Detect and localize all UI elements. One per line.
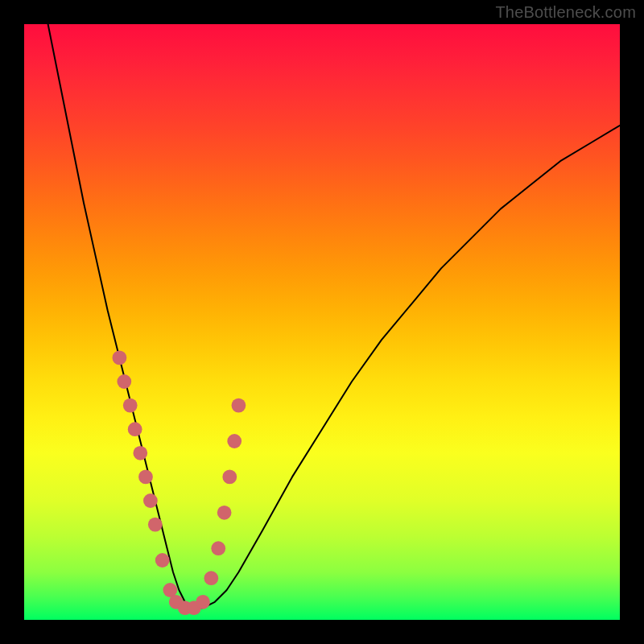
chart-frame: TheBottleneck.com	[0, 0, 644, 644]
dot-marker	[113, 351, 127, 365]
dot-marker	[148, 518, 163, 532]
dot-marker	[227, 434, 242, 448]
dot-markers	[113, 351, 246, 616]
watermark-text: TheBottleneck.com	[495, 3, 636, 22]
dot-marker	[217, 506, 232, 520]
dot-marker	[133, 446, 147, 460]
dot-marker	[117, 374, 131, 389]
dot-marker	[232, 398, 246, 413]
plot-area	[24, 24, 620, 620]
dot-marker	[138, 470, 153, 485]
dot-marker	[155, 553, 170, 568]
dot-marker	[123, 398, 138, 413]
dot-marker	[204, 571, 218, 585]
dot-marker	[222, 470, 237, 485]
dot-marker	[196, 595, 210, 609]
dot-marker	[143, 493, 158, 508]
chart-svg	[24, 24, 620, 620]
bottleneck-curve	[48, 24, 620, 608]
dot-marker	[211, 541, 225, 555]
dot-marker	[128, 422, 142, 436]
